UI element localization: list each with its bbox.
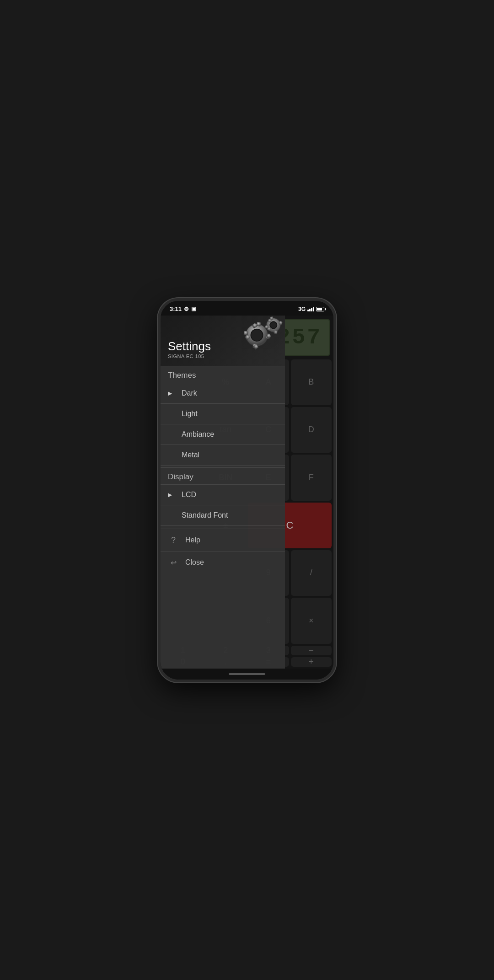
close-icon: ↩	[168, 558, 179, 567]
menu-content: Themes ▶ Dark Light Ambiance	[161, 366, 285, 669]
metal-divider	[161, 465, 285, 466]
themes-section-header: Themes	[161, 366, 285, 383]
settings-subtitle: SIGNA EC 105	[168, 353, 278, 359]
status-icons: 3G	[298, 306, 324, 312]
home-indicator	[229, 673, 265, 675]
display-lcd-play-icon: ▶	[168, 492, 172, 498]
overlay-right[interactable]	[285, 316, 333, 669]
settings-header: Settings SIGNA EC 105	[161, 316, 285, 366]
help-icon: ?	[168, 536, 179, 545]
theme-ambiance-label: Ambiance	[182, 430, 214, 438]
time-display: 3:11	[170, 305, 182, 312]
content-area: 0.257 % A B tan C D BIN E F	[161, 316, 333, 669]
bottom-menu-section: ? Help ↩ Close	[161, 529, 285, 573]
theme-ambiance-item[interactable]: Ambiance	[161, 424, 285, 444]
theme-dark-label: Dark	[182, 389, 197, 397]
settings-status-icon: ⚙	[184, 306, 189, 312]
theme-light-item[interactable]: Light	[161, 404, 285, 424]
display-section-header: Display	[161, 467, 285, 484]
phone-frame: 3:11 ⚙ ▣ 3G 0.257	[158, 298, 336, 682]
settings-overlay: Settings SIGNA EC 105 Themes ▶ Dark	[161, 316, 333, 669]
svg-rect-2	[257, 321, 261, 326]
display-standardfont-label: Standard Font	[182, 511, 228, 519]
help-item[interactable]: ? Help	[161, 529, 285, 552]
svg-rect-5	[244, 331, 248, 335]
status-bar: 3:11 ⚙ ▣ 3G	[161, 301, 333, 316]
settings-panel: Settings SIGNA EC 105 Themes ▶ Dark	[161, 316, 285, 669]
theme-metal-item[interactable]: Metal	[161, 445, 285, 465]
close-item[interactable]: ↩ Close	[161, 552, 285, 573]
display-lcd-item[interactable]: ▶ LCD	[161, 485, 285, 505]
help-label: Help	[185, 536, 200, 544]
theme-dark-item[interactable]: ▶ Dark	[161, 383, 285, 403]
battery-icon	[316, 307, 324, 311]
theme-metal-label: Metal	[182, 451, 199, 459]
display-standardfont-item[interactable]: Standard Font	[161, 505, 285, 525]
theme-light-label: Light	[182, 410, 198, 418]
settings-title: Settings	[168, 339, 278, 353]
signal-bars-icon	[307, 307, 314, 311]
network-type: 3G	[298, 306, 306, 312]
close-label: Close	[185, 558, 204, 567]
standardfont-divider	[161, 525, 285, 526]
sim-status-icon: ▣	[191, 306, 196, 312]
display-lcd-label: LCD	[182, 491, 196, 498]
theme-dark-play-icon: ▶	[168, 390, 172, 396]
status-time: 3:11 ⚙ ▣	[170, 305, 196, 312]
phone-bottom-bar	[161, 669, 333, 680]
